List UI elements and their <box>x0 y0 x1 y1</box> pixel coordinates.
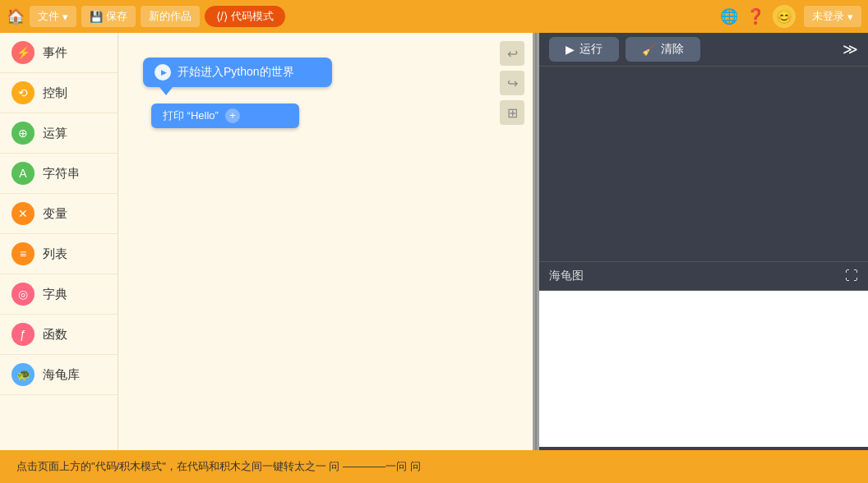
operators-icon: ⊕ <box>12 122 35 145</box>
string-icon: A <box>12 162 35 185</box>
print-block-label: 打印 “Hello” <box>163 108 219 123</box>
sidebar-label-list: 列表 <box>43 246 67 262</box>
control-icon: ⟲ <box>12 81 35 104</box>
clear-label: 清除 <box>661 42 684 57</box>
sidebar-label-turtle: 海龟库 <box>43 367 80 383</box>
variable-icon: ✕ <box>12 202 35 225</box>
blocks-container: 开始进入Python的世界 打印 “Hello” + <box>143 58 332 128</box>
play-icon <box>155 64 171 80</box>
sidebar-item-operators[interactable]: ⊕ 运算 <box>0 113 118 154</box>
output-area <box>539 66 868 261</box>
globe-button[interactable]: 🌐 <box>720 7 738 25</box>
turtle-canvas <box>539 291 868 447</box>
sidebar-item-control[interactable]: ⟲ 控制 <box>0 73 118 113</box>
run-label: 运行 <box>579 42 603 57</box>
sidebar-label-dict: 字典 <box>43 287 67 302</box>
right-panel: ▶ 运行 🧹 清除 ≫ 海龟图 ⛶ <box>539 33 868 450</box>
sidebar-item-string[interactable]: A 字符串 <box>0 154 118 194</box>
turtle-section: 海龟图 ⛶ <box>539 261 868 450</box>
panel-divider[interactable] <box>533 33 539 450</box>
file-label: 文件 <box>38 9 59 24</box>
sidebar-item-variable[interactable]: ✕ 变量 <box>0 194 118 234</box>
sidebar-label-control: 控制 <box>43 85 67 101</box>
main-content: ⚡ 事件 ⟲ 控制 ⊕ 运算 A 字符串 ✕ 变量 ≡ 列表 ◎ 字典 ƒ 函数 <box>0 33 868 450</box>
file-menu-button[interactable]: 文件 ▾ <box>30 6 76 27</box>
expand-button[interactable]: ≫ <box>843 40 858 58</box>
run-button[interactable]: ▶ 运行 <box>549 37 619 62</box>
redo-button[interactable]: ↪ <box>500 71 524 95</box>
turtle-icon: 🐢 <box>12 363 35 386</box>
sidebar: ⚡ 事件 ⟲ 控制 ⊕ 运算 A 字符串 ✕ 变量 ≡ 列表 ◎ 字典 ƒ 函数 <box>0 33 118 450</box>
new-label: 新的作品 <box>149 9 192 24</box>
turtle-header: 海龟图 ⛶ <box>539 262 868 291</box>
sidebar-label-variable: 变量 <box>43 206 67 222</box>
event-block-label: 开始进入Python的世界 <box>178 65 294 80</box>
user-menu-button[interactable]: 未登录 ▾ <box>804 6 861 27</box>
save-button[interactable]: 💾 保存 <box>81 6 136 27</box>
zoom-fit-button[interactable]: ⊞ <box>500 100 524 125</box>
home-button[interactable]: 🏠 <box>7 7 25 25</box>
canvas-toolbar: ↩ ↪ ⊞ <box>500 41 524 125</box>
sidebar-label-function: 函数 <box>43 327 67 343</box>
file-dropdown-icon: ▾ <box>62 11 68 23</box>
block-canvas[interactable]: 开始进入Python的世界 打印 “Hello” + ↩ ↪ ⊞ <box>118 33 533 450</box>
event-block[interactable]: 开始进入Python的世界 <box>143 58 332 87</box>
sidebar-item-turtle[interactable]: 🐢 海龟库 <box>0 355 118 395</box>
avatar: 😊 <box>773 5 796 28</box>
sidebar-label-events: 事件 <box>43 45 67 61</box>
sidebar-label-string: 字符串 <box>43 166 80 182</box>
sidebar-item-list[interactable]: ≡ 列表 <box>0 234 118 274</box>
dict-icon: ◎ <box>12 283 35 306</box>
bottom-tip: 点击页面上方的"代码/积木模式"，在代码和积木之间一键转太之一 问 ————一问… <box>16 459 421 474</box>
events-icon: ⚡ <box>12 41 35 64</box>
toolbar-right: 🌐 ❓ 😊 未登录 ▾ <box>720 5 861 28</box>
right-panel-header: ▶ 运行 🧹 清除 ≫ <box>539 33 868 66</box>
user-label: 未登录 <box>812 9 844 24</box>
sidebar-item-events[interactable]: ⚡ 事件 <box>0 33 118 73</box>
function-icon: ƒ <box>12 323 35 346</box>
sidebar-item-function[interactable]: ƒ 函数 <box>0 315 118 355</box>
add-block-button[interactable]: + <box>225 108 240 123</box>
code-mode-button[interactable]: ⟨/⟩ 代码模式 <box>205 6 285 27</box>
turtle-fullscreen-button[interactable]: ⛶ <box>845 269 858 283</box>
list-icon: ≡ <box>12 242 35 265</box>
print-block[interactable]: 打印 “Hello” + <box>151 104 299 128</box>
user-dropdown-icon: ▾ <box>847 11 853 23</box>
run-icon: ▶ <box>566 43 575 56</box>
bottom-bar: 点击页面上方的"代码/积木模式"，在代码和积木之间一键转太之一 问 ————一问… <box>0 450 868 483</box>
sidebar-label-operators: 运算 <box>43 126 67 141</box>
new-project-button[interactable]: 新的作品 <box>141 6 200 27</box>
help-button[interactable]: ❓ <box>746 7 764 25</box>
turtle-label: 海龟图 <box>549 269 584 283</box>
code-mode-label: 代码模式 <box>231 9 274 24</box>
save-label: 保存 <box>106 9 127 24</box>
sidebar-item-dict[interactable]: ◎ 字典 <box>0 274 118 315</box>
clear-button[interactable]: 🧹 清除 <box>626 37 700 62</box>
clear-icon: 🧹 <box>642 43 656 56</box>
toolbar: 🏠 文件 ▾ 💾 保存 新的作品 ⟨/⟩ 代码模式 🌐 ❓ 😊 未登录 ▾ <box>0 0 868 33</box>
undo-button[interactable]: ↩ <box>500 41 524 66</box>
